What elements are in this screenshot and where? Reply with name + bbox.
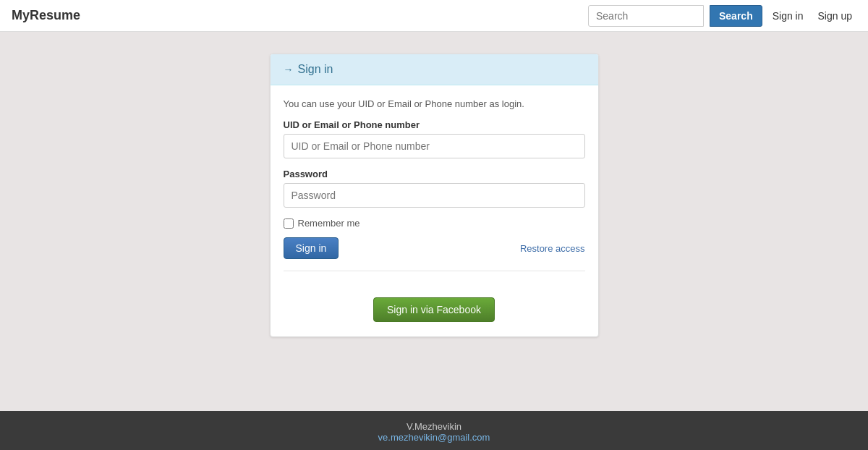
- search-button[interactable]: Search: [710, 5, 762, 27]
- footer-email-link[interactable]: ve.mezhevikin@gmail.com: [378, 432, 490, 443]
- signin-nav-link[interactable]: Sign in: [768, 10, 808, 22]
- uid-label: UID or Email or Phone number: [284, 119, 585, 130]
- password-label: Password: [284, 169, 585, 179]
- signin-actions: Sign in Restore access: [284, 237, 585, 259]
- signin-facebook-section: Sign in via Facebook: [271, 286, 598, 336]
- remember-row: Remember me: [284, 218, 585, 229]
- remember-label: Remember me: [298, 218, 360, 229]
- signin-button[interactable]: Sign in: [284, 237, 339, 259]
- signin-info-text: You can use your UID or Email or Phone n…: [284, 98, 585, 109]
- navbar: MyResume Search Sign in Sign up: [0, 0, 868, 32]
- remember-checkbox[interactable]: [284, 218, 294, 229]
- facebook-signin-button[interactable]: Sign in via Facebook: [373, 297, 495, 322]
- uid-field-group: UID or Email or Phone number: [284, 119, 585, 158]
- password-field-group: Password: [284, 169, 585, 208]
- main-content: → Sign in You can use your UID or Email …: [0, 32, 868, 411]
- search-input[interactable]: [588, 5, 704, 27]
- signin-header: → Sign in: [271, 54, 598, 85]
- signin-body: You can use your UID or Email or Phone n…: [271, 85, 598, 286]
- footer-author: V.Mezhevikin: [0, 421, 868, 432]
- signin-title: Sign in: [298, 63, 333, 76]
- restore-access-link[interactable]: Restore access: [520, 243, 585, 254]
- password-input[interactable]: [284, 183, 585, 208]
- footer: V.Mezhevikin ve.mezhevikin@gmail.com: [0, 411, 868, 450]
- navbar-right: Search Sign in Sign up: [588, 5, 856, 27]
- brand-logo[interactable]: MyResume: [12, 8, 80, 23]
- signin-box: → Sign in You can use your UID or Email …: [270, 54, 599, 337]
- signin-divider: [284, 271, 585, 271]
- signin-icon: →: [284, 64, 294, 75]
- signup-nav-link[interactable]: Sign up: [814, 10, 856, 22]
- uid-input[interactable]: [284, 134, 585, 158]
